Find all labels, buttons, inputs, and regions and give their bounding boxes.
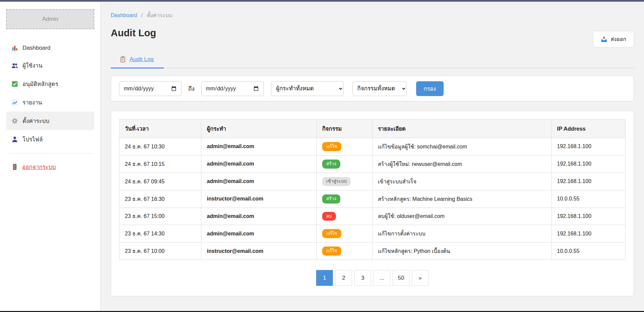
logout-link[interactable]: ออกจากระบบ	[11, 162, 89, 171]
door-icon	[11, 164, 18, 170]
table-row: 23 ธ.ค. 67 16:30 instructor@email.com สร…	[119, 190, 626, 208]
tab-audit-log[interactable]: Audit Log	[111, 53, 164, 69]
cell-ip: 192.168.1.100	[551, 208, 625, 225]
sidebar-item-0[interactable]: Dashboard	[6, 40, 94, 56]
activity-select[interactable]: กิจกรรมทั้งหมด	[352, 81, 407, 96]
column-header: กิจกรรม	[317, 120, 373, 138]
action-badge: แก้ไข	[322, 142, 341, 151]
cell-action: สร้าง	[317, 190, 373, 208]
users-icon	[11, 62, 18, 69]
pagination: 123...50»	[119, 270, 626, 286]
trend-chart-icon	[11, 99, 18, 106]
check-box-icon	[11, 81, 18, 87]
cell-actor: admin@email.com	[201, 225, 317, 242]
app-window: Admin Dashboard ผู้ใช้งาน อนุมัติหลักสูต…	[0, 2, 644, 311]
sidebar-item-4[interactable]: ตั้งค่าระบบ	[6, 112, 94, 130]
table-row: 24 ธ.ค. 67 10:15 admin@email.com สร้าง ส…	[119, 155, 626, 173]
cell-ip: 192.168.1.100	[551, 138, 625, 155]
sidebar: Admin Dashboard ผู้ใช้งาน อนุมัติหลักสูต…	[0, 2, 101, 311]
sidebar-item-label: ผู้ใช้งาน	[22, 61, 42, 70]
export-icon	[601, 36, 607, 43]
cell-actor: admin@email.com	[201, 155, 317, 173]
sidebar-nav: Dashboard ผู้ใช้งาน อนุมัติหลักสูตร รายง…	[6, 40, 94, 148]
table-row: 23 ธ.ค. 67 15:00 admin@email.com ลบ ลบผู…	[119, 208, 626, 225]
cell-action: สร้าง	[317, 155, 373, 173]
column-header: วันที่-เวลา	[119, 120, 201, 138]
action-badge: เข้าสู่ระบบ	[322, 177, 351, 186]
tab-label: Audit Log	[130, 56, 154, 63]
page-button-3[interactable]: 3	[354, 270, 371, 286]
cell-datetime: 24 ธ.ค. 67 10:30	[119, 138, 201, 155]
action-badge: ลบ	[322, 212, 336, 221]
clipboard-icon	[119, 56, 126, 63]
cell-ip: 10.0.0.55	[551, 242, 625, 260]
cell-datetime: 24 ธ.ค. 67 10:15	[119, 155, 201, 173]
cell-ip: 192.168.1.100	[551, 173, 625, 190]
cell-datetime: 23 ธ.ค. 67 15:00	[119, 208, 201, 225]
breadcrumb-dashboard-link[interactable]: Dashboard	[111, 12, 137, 18]
table-row: 24 ธ.ค. 67 09:45 admin@email.com เข้าสู่…	[119, 173, 626, 190]
cell-ip: 10.0.0.55	[551, 190, 625, 208]
gear-icon	[11, 118, 18, 124]
sidebar-item-label: อนุมัติหลักสูตร	[22, 79, 58, 88]
main-content: Dashboard / ตั้งค่าระบบ Audit Log ส่งออก…	[101, 2, 644, 311]
column-header: รายละเอียด	[372, 120, 551, 138]
brand-label: Admin	[42, 16, 58, 23]
cell-details: สร้างผู้ใช้ใหม่: newuser@email.com	[372, 155, 551, 173]
actor-select[interactable]: ผู้กระทำทั้งหมด	[271, 81, 344, 96]
table-row: 24 ธ.ค. 67 10:30 admin@email.com แก้ไข แ…	[119, 138, 626, 155]
cell-actor: admin@email.com	[201, 208, 317, 225]
cell-details: แก้ไขหลักสูตร: Python เบื้องต้น	[372, 242, 551, 260]
sidebar-item-5[interactable]: โปรไฟล์	[6, 130, 94, 148]
cell-actor: instructor@email.com	[201, 242, 317, 260]
sidebar-item-label: โปรไฟล์	[22, 135, 43, 144]
page-button-2[interactable]: 2	[335, 270, 352, 286]
cell-actor: admin@email.com	[201, 173, 317, 190]
person-icon	[11, 136, 18, 143]
table-row: 23 ธ.ค. 67 14:30 admin@email.com แก้ไข แ…	[119, 225, 626, 242]
action-badge: แก้ไข	[322, 247, 341, 256]
export-button[interactable]: ส่งออก	[593, 31, 634, 47]
cell-details: เข้าสู่ระบบสำเร็จ	[372, 173, 551, 190]
date-to-input[interactable]	[201, 81, 264, 96]
cell-details: แก้ไขข้อมูลผู้ใช้: somchai@email.com	[372, 138, 551, 155]
brand-logo-placeholder: Admin	[6, 9, 94, 29]
breadcrumb-current: ตั้งค่าระบบ	[147, 12, 172, 18]
page-button-»[interactable]: »	[412, 270, 429, 286]
sidebar-item-label: Dashboard	[22, 45, 50, 51]
filter-bar: ถึง ผู้กระทำทั้งหมด กิจกรรมทั้งหมด กรอง	[111, 76, 634, 101]
cell-ip: 192.168.1.100	[551, 155, 625, 173]
cell-datetime: 24 ธ.ค. 67 09:45	[119, 173, 201, 190]
cell-action: เข้าสู่ระบบ	[317, 173, 373, 190]
logout-label: ออกจากระบบ	[22, 162, 56, 171]
action-badge: แก้ไข	[322, 229, 341, 238]
sidebar-item-label: รายงาน	[22, 98, 42, 107]
audit-log-table: วันที่-เวลาผู้กระทำกิจกรรมรายละเอียดIP A…	[119, 119, 626, 260]
action-badge: สร้าง	[322, 160, 340, 169]
cell-action: แก้ไข	[317, 138, 373, 155]
sidebar-item-2[interactable]: อนุมัติหลักสูตร	[6, 75, 94, 93]
cell-datetime: 23 ธ.ค. 67 10:00	[119, 242, 201, 260]
page-button-50[interactable]: 50	[393, 270, 409, 286]
cell-details: ลบผู้ใช้: olduser@email.com	[372, 208, 551, 225]
tab-bar: Audit Log	[111, 53, 634, 68]
page-button-1[interactable]: 1	[316, 270, 333, 286]
column-header: ผู้กระทำ	[201, 120, 317, 138]
cell-actor: instructor@email.com	[201, 190, 317, 208]
export-label: ส่งออก	[611, 35, 626, 43]
filter-button[interactable]: กรอง	[416, 81, 444, 96]
page-title: Audit Log	[111, 28, 634, 39]
date-range-to-label: ถึง	[188, 84, 195, 93]
date-from-input[interactable]	[119, 81, 182, 96]
cell-action: ลบ	[317, 208, 373, 225]
page-button-...[interactable]: ...	[374, 270, 390, 286]
breadcrumb-separator: /	[141, 12, 143, 18]
cell-ip: 192.168.1.100	[551, 225, 625, 242]
cell-action: แก้ไข	[317, 225, 373, 242]
sidebar-divider	[7, 153, 94, 153]
bar-chart-icon	[11, 45, 18, 51]
sidebar-item-1[interactable]: ผู้ใช้งาน	[6, 56, 94, 75]
sidebar-item-3[interactable]: รายงาน	[6, 93, 94, 112]
audit-log-card: วันที่-เวลาผู้กระทำกิจกรรมรายละเอียดIP A…	[111, 111, 634, 296]
breadcrumb: Dashboard / ตั้งค่าระบบ	[111, 11, 634, 19]
